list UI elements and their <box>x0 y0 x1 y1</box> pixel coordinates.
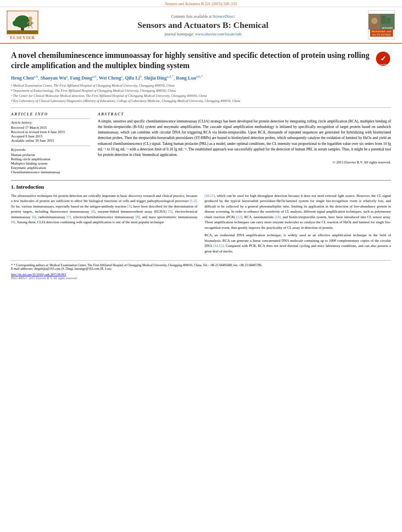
sensors-brand-text: SENSORS andACTUATORS <box>370 30 393 37</box>
accepted-date: Accepted 9 June 2015 <box>11 134 90 138</box>
svg-point-16 <box>371 18 378 24</box>
journal-citation-text: Sensors and Actuators B 221 (2015) 328–3… <box>165 2 237 6</box>
abstract-header: ABSTRACT <box>98 112 391 116</box>
affil-b: b Department of Endocrinology, The First… <box>11 89 391 93</box>
author-shijia-ding: Shijia Ding <box>144 75 167 81</box>
ref-8-link[interactable]: [8] <box>136 215 140 219</box>
article-title: A novel chemiluminescence immunoassay fo… <box>11 50 372 70</box>
keyword-3: Multiplex binding system <box>11 161 90 165</box>
ref-5-link[interactable]: [5] <box>168 209 173 213</box>
article-info-header: ARTICLE INFO <box>11 112 90 116</box>
ref-13-link[interactable]: [13] <box>275 215 281 219</box>
crossmark-circle: ✓ CrossMark <box>376 52 390 66</box>
svg-text:✓: ✓ <box>380 55 386 63</box>
article-info-abstract-section: ARTICLE INFO Article history: Received 1… <box>11 112 391 174</box>
ref-12-link[interactable]: [12] <box>236 215 242 219</box>
journal-header: ELSEVIER Contents lists available at Sci… <box>0 7 402 44</box>
intro-para-right-2: RCA, an isothermal DNA amplification tec… <box>205 233 391 254</box>
science-direct-link[interactable]: ScienceDirect <box>212 14 234 19</box>
intro-left-col: The ultrasensitive techniques for protei… <box>11 193 197 257</box>
article-info-column: ARTICLE INFO Article history: Received 1… <box>11 112 90 174</box>
elsevier-logo: ELSEVIER <box>5 11 40 40</box>
received-revised-date: Received in revised form 4 June 2015 <box>11 130 90 134</box>
body-divider <box>11 180 391 181</box>
svg-point-6 <box>28 17 32 20</box>
footnote-email: E-mail addresses: dingshijia@163.com (S.… <box>11 267 391 271</box>
keyword-1: Human prolactin <box>11 153 90 157</box>
sensors-actuators-logo: SENSORS SENSORS andACTUATORS <box>366 10 397 40</box>
svg-text:SENSORS: SENSORS <box>382 27 393 29</box>
elsevier-logo-image <box>7 11 38 34</box>
keyword-2: Rolling circle amplification <box>11 157 90 161</box>
intro-right-col: [10,11], which can be used for high thro… <box>205 193 391 257</box>
ref-4-link[interactable]: [4] <box>91 209 95 213</box>
svg-text:CrossMark: CrossMark <box>378 63 388 65</box>
issn-area: 0925-4005/© 2015 Elsevier B.V. All right… <box>11 276 391 280</box>
author-qifu-li: Qifu Li <box>125 75 140 81</box>
ref-6-link[interactable]: [6] <box>32 215 36 219</box>
svg-point-4 <box>13 20 20 26</box>
abstract-column: ABSTRACT A simple, sensitive and specifi… <box>98 112 391 174</box>
journal-main-title: Sensors and Actuators B: Chemical <box>40 20 366 30</box>
affiliations: a Medical Examination Centre, The First … <box>11 83 391 104</box>
author-shaoyan-wu: Shaoyan Wu <box>40 75 66 81</box>
ref-14-15-link[interactable]: [14,15] <box>213 244 223 248</box>
keywords-title: Keywords: <box>11 148 90 152</box>
doi-area: http://dx.doi.org/10.1016/j.snb.2015.06.… <box>11 273 391 276</box>
elsevier-brand-text: ELSEVIER <box>10 35 35 40</box>
sensors-logo-svg: SENSORS <box>368 14 395 30</box>
keywords-section: Keywords: Human prolactin Rolling circle… <box>11 146 90 174</box>
article-history-title: Article history: <box>11 120 90 124</box>
ref-1-2-link[interactable]: [1,2] <box>190 199 197 203</box>
ref-9-link[interactable]: [9] <box>11 220 15 224</box>
ref-3-link[interactable]: [3] <box>127 204 132 208</box>
affil-a: a Medical Examination Centre, The First … <box>11 83 391 88</box>
crossmark-svg: ✓ CrossMark <box>376 52 390 66</box>
intro-para-1: The ultrasensitive techniques for protei… <box>11 193 197 225</box>
footnote-corresponding: * * Corresponding authors at: Medical Ex… <box>11 263 391 267</box>
svg-rect-18 <box>387 18 391 24</box>
journal-citation-bar: Sensors and Actuators B 221 (2015) 328–3… <box>0 0 402 7</box>
svg-rect-17 <box>381 16 386 24</box>
introduction-section: 1. Introduction The ultrasensitive techn… <box>11 184 391 257</box>
affil-c: c The Center for Clinical Molecular Medi… <box>11 94 391 98</box>
contents-available: Contents lists available at ScienceDirec… <box>40 14 366 19</box>
doi-link[interactable]: http://dx.doi.org/10.1016/j.snb.2015.06.… <box>11 273 66 276</box>
author-rong-luo: Rong Luo <box>176 75 196 81</box>
author-heng-chen: Heng Chen <box>11 75 34 81</box>
ref-7-link[interactable]: [7] <box>67 215 71 219</box>
author-wei-cheng: Wei Cheng <box>99 75 121 81</box>
journal-title-center: Contents lists available at ScienceDirec… <box>40 14 366 36</box>
authors-line: Heng Chena,b, Shaoyan Wua, Fang Donga,b,… <box>11 74 391 81</box>
article-history: Article history: Received 17 March 2015 … <box>11 119 90 143</box>
abstract-copyright: © 2015 Elsevier B.V. All rights reserved… <box>98 160 391 165</box>
author-fang-dong: Fang Dong <box>70 75 92 81</box>
svg-rect-7 <box>29 20 32 25</box>
introduction-body: The ultrasensitive techniques for protei… <box>11 193 391 257</box>
keyword-5: Chemiluminescence immunoassay <box>11 170 90 174</box>
article-info-divider <box>11 108 391 108</box>
affil-d: d Key Laboratory of Clinical Laboratory … <box>11 99 391 104</box>
abstract-text: A simple, sensitive and specific chemilu… <box>98 119 391 165</box>
sensors-logo-box: SENSORS SENSORS andACTUATORS <box>368 10 395 40</box>
elsevier-tree-svg <box>7 11 38 34</box>
article-title-section: A novel chemiluminescence immunoassay fo… <box>11 50 391 70</box>
section-title: 1. Introduction <box>11 184 391 190</box>
sensors-logo-image: SENSORS <box>368 14 395 30</box>
footnote-area: * * Corresponding authors at: Medical Ex… <box>11 260 391 280</box>
journal-homepage: journal homepage: www.elsevier.com/locat… <box>40 32 366 36</box>
keyword-4: Enzymatic amplification <box>11 166 90 170</box>
received-date: Received 17 March 2015 <box>11 126 90 130</box>
ref-10-11-link[interactable]: [10,11] <box>205 194 215 198</box>
article-content: A novel chemiluminescence immunoassay fo… <box>0 44 402 285</box>
available-online-date: Available online 30 June 2015 <box>11 139 90 143</box>
intro-para-right-1: [10,11], which can be used for high thro… <box>205 193 391 231</box>
journal-homepage-link[interactable]: www.elsevier.com/locate/snb <box>195 32 241 36</box>
crossmark-logo[interactable]: ✓ CrossMark <box>376 52 391 67</box>
